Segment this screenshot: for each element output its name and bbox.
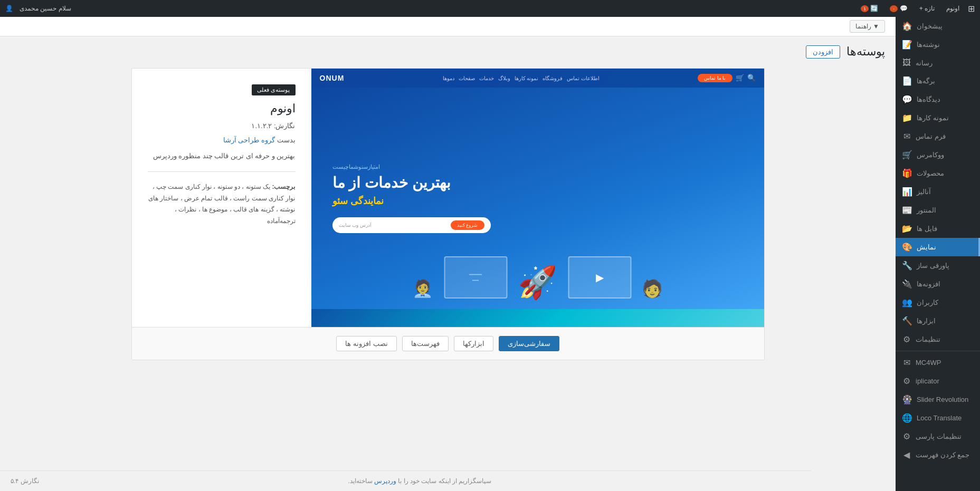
rahnama-button[interactable]: ▼ راهنما (850, 20, 885, 33)
pages-icon: 📄 (902, 76, 912, 86)
sidebar-item-slider[interactable]: Slider Revolution 🎡 (896, 390, 980, 409)
theme-author: بدست گروه طراحی آرشا (148, 136, 296, 144)
new-item-link[interactable]: تازه + (916, 5, 938, 12)
mock-hero-subtitle: امتیازسنوشماچیست (332, 163, 380, 170)
mock-play-icon: ▶ (596, 271, 604, 284)
mc4wp-icon: ✉ (902, 358, 911, 368)
footer-text: سپاسگزاریم از اینکه سایت خود را با وردپر… (348, 477, 491, 485)
mock-nav-link-demos: دموها (443, 75, 454, 81)
plugins-icon: 🔌 (902, 279, 912, 289)
sidebar-item-elementor[interactable]: المنتور 📰 (896, 201, 980, 219)
theme-body: پوسته‌ی فعلی اونوم نگارش: ۱.۱.۲.۲ بدست گ… (132, 69, 764, 327)
sidebar-item-contact[interactable]: فرم تماس ✉ (896, 127, 980, 146)
updates-link[interactable]: 🔄 ۱ (858, 5, 881, 12)
mock-search-placeholder-text: آدرس وب سایت (339, 223, 372, 228)
tools-icon: 🔨 (902, 316, 912, 326)
theme-tags: برچسب: یک ستونه ، دو ستونه ، نوار کناری … (148, 181, 296, 227)
sidebar-item-appearance[interactable]: نمایش 🎨 (896, 238, 980, 256)
tools-button[interactable]: ابزارکها (454, 336, 493, 351)
theme-card: پوسته‌ی فعلی اونوم نگارش: ۱.۱.۲.۲ بدست گ… (132, 69, 764, 360)
woo-icon: 🛒 (902, 150, 912, 160)
comments-badge: ۰ (890, 5, 898, 12)
page-title-wrap: پوسته‌ها افزودن (806, 45, 885, 59)
install-plugins-button[interactable]: نصب افزونه ها (336, 336, 396, 351)
sidebar-item-mc4wp[interactable]: MC4WP ✉ (896, 353, 980, 372)
site-name-link[interactable]: اونوم (943, 5, 963, 12)
sidebar-item-analytics[interactable]: آنالیز 📊 (896, 182, 980, 201)
mock-cta-button: با ما تماس (698, 74, 732, 82)
adminbar-right: ⊞ اونوم تازه + 💬 ۰ 🔄 ۱ (858, 4, 975, 14)
settings-icon: ⚙ (902, 334, 911, 344)
dashboard-icon: 🏠 (902, 21, 912, 31)
mock-nav-link-contact: اطلاعات تماس (567, 75, 600, 81)
footer-version: نگارش ۵.۴ (11, 477, 39, 485)
sidebar-item-iplicator[interactable]: iplicator ⚙ (896, 372, 980, 390)
admin-menu: پیشخوان 🏠 نوشته‌ها 📝 رسانه 🖼 برگه‌ها 📄 د… (896, 17, 980, 491)
sidebar-item-collect[interactable]: جمع کردن فهرست ◀ (896, 446, 980, 464)
sidebar-item-parsi[interactable]: تنظیمات پارسی ⚙ (896, 427, 980, 446)
user-greeting[interactable]: سلام حسین محمدی (20, 5, 71, 12)
sidebar-item-users[interactable]: کاربران 👥 (896, 293, 980, 312)
mock-nav-link-shop: فروشگاه (543, 75, 563, 81)
sidebar-item-loco[interactable]: Loco Translate 🌐 (896, 409, 980, 427)
wp-wrap: پیشخوان 🏠 نوشته‌ها 📝 رسانه 🖼 برگه‌ها 📄 د… (0, 17, 980, 491)
theme-actions: سفارشی‌سازی ابزارکها فهرست‌ها نصب افزونه… (132, 327, 764, 360)
posts-icon: 📝 (902, 40, 912, 50)
sidebar-item-tools[interactable]: ابزارها 🔨 (896, 312, 980, 330)
media-icon: 🖼 (902, 58, 911, 68)
mock-nav-links: اطلاعات تماس فروشگاه نمونه کارها وبلاگ خ… (443, 75, 600, 81)
mock-nav-link-portfolio: نمونه کارها (515, 75, 539, 81)
sidebar-item-pages[interactable]: برگه‌ها 📄 (896, 72, 980, 90)
sidebar-item-files[interactable]: فایل ها 📂 (896, 219, 980, 238)
wp-icon[interactable]: ⊞ (968, 4, 975, 14)
slider-icon: 🎡 (902, 394, 912, 405)
footer-wp-link[interactable]: وردپرس (374, 477, 396, 485)
users-icon: 👥 (902, 297, 912, 307)
active-theme-badge: پوسته‌ی فعلی (252, 84, 295, 95)
sidebar-item-plugins[interactable]: افزونه‌ها 🔌 (896, 275, 980, 293)
analytics-icon: 📊 (902, 187, 912, 197)
menu-separator (896, 351, 980, 351)
sidebar-item-dashboard[interactable]: پیشخوان 🏠 (896, 17, 980, 35)
user-avatar[interactable]: 👤 (5, 5, 13, 12)
mock-nav-search-icon: 🔍 (747, 74, 756, 82)
mock-left-person: 🧑 (642, 278, 663, 299)
add-new-button[interactable]: افزودن (806, 45, 840, 59)
sidebar-item-posts[interactable]: نوشته‌ها 📝 (896, 35, 980, 54)
sidebar-item-woocommerce[interactable]: ووکامرس 🛒 (896, 146, 980, 164)
theme-info-panel: پوسته‌ی فعلی اونوم نگارش: ۱.۱.۲.۲ بدست گ… (132, 69, 311, 327)
sidebar-item-media[interactable]: رسانه 🖼 (896, 54, 980, 72)
mock-nav-link-blog: وبلاگ (498, 75, 510, 81)
sidebar-item-settings[interactable]: تنظیمات ⚙ (896, 330, 980, 349)
mock-rocket-emoji: 🚀 (518, 267, 557, 299)
sidebar-item-products[interactable]: محصولات 🎁 (896, 164, 980, 182)
comments-link[interactable]: 💬 ۰ (887, 5, 910, 12)
mock-nav-cart-icon: 🛒 (736, 74, 744, 82)
menus-button[interactable]: فهرست‌ها (402, 336, 449, 351)
sidebar-item-comments[interactable]: دیدگاه‌ها 💬 (896, 90, 980, 109)
main-content: ▼ راهنما پوسته‌ها افزودن پوسته‌ی فعلی او… (0, 17, 896, 491)
files-icon: 📂 (902, 224, 912, 234)
theme-browser: پوسته‌ی فعلی اونوم نگارش: ۱.۱.۲.۲ بدست گ… (0, 63, 896, 371)
customize-button[interactable]: سفارشی‌سازی (499, 336, 559, 351)
theme-wrapper: پوسته‌ی فعلی اونوم نگارش: ۱.۱.۲.۲ بدست گ… (131, 68, 765, 360)
theme-author-link[interactable]: گروه طراحی آرشا (223, 136, 275, 144)
parsi-icon: ⚙ (902, 431, 911, 441)
wp-footer: سپاسگزاریم از اینکه سایت خود را با وردپر… (0, 470, 811, 491)
mock-hero-title: بهترین خدمات از ما (332, 174, 451, 192)
theme-screenshot: 🔍 🛒 با ما تماس اطلاعات تماس فروشگاه نمون… (311, 69, 764, 327)
mock-nav: 🔍 🛒 با ما تماس اطلاعات تماس فروشگاه نمون… (311, 69, 764, 88)
mock-screen: ▶ (568, 256, 631, 299)
theme-divider (148, 171, 296, 172)
loco-icon: 🌐 (902, 413, 912, 423)
mock-screen-2: ━━━━━━ (444, 256, 507, 299)
theme-version: نگارش: ۱.۱.۲.۲ (148, 122, 296, 130)
iplicator-icon: ⚙ (902, 376, 911, 386)
sidebar-item-pagebuilder[interactable]: پاورقی ساز 🔧 (896, 256, 980, 275)
mock-hero: امتیازسنوشماچیست بهترین خدمات از ما نمای… (311, 88, 764, 309)
sidebar-item-portfolio[interactable]: نمونه کارها 📁 (896, 109, 980, 127)
mock-search-input (376, 222, 446, 228)
mock-search-bar: شروع کنید آدرس وب سایت (332, 217, 491, 233)
contact-icon: ✉ (902, 131, 911, 141)
mock-hero-subtitle2: نمایندگی سئو (332, 195, 384, 207)
